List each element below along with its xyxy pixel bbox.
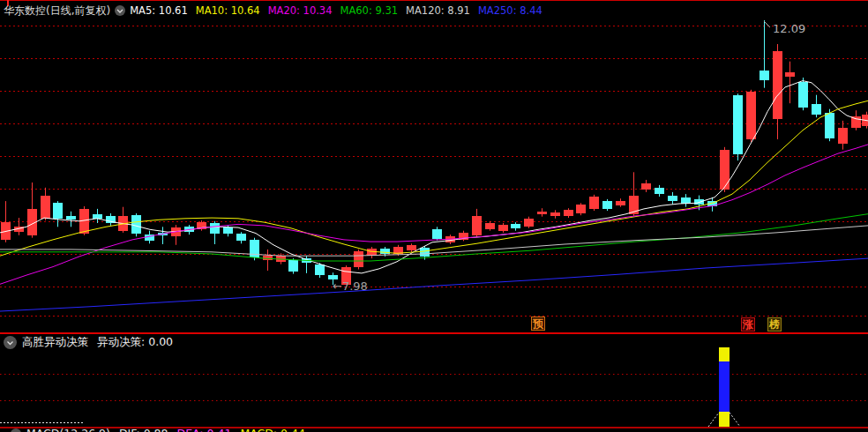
candle[interactable] (498, 225, 508, 231)
candle[interactable] (576, 205, 586, 213)
sub-indicator-reading: 异动决策:0.00 (97, 335, 176, 350)
ma-value-ma120: MA120: 8.91 (406, 4, 470, 17)
candles (1, 20, 868, 285)
high-callout-line (764, 21, 770, 27)
candle[interactable] (511, 224, 520, 228)
candle[interactable] (288, 260, 298, 271)
sub-panel-header: 高胜异动决策 异动决策:0.00 (4, 335, 176, 350)
panel-divider (0, 332, 868, 334)
stock-title[interactable]: 华东数控(日线,前复权) (4, 4, 110, 19)
sub-panel-title[interactable]: 高胜异动决策 (22, 335, 88, 350)
macd-row: MACD(12,26,9) DIF: 0.88 DEA: 0.41 MACD: … (11, 428, 314, 432)
candle[interactable] (380, 249, 390, 254)
candle[interactable] (589, 197, 599, 209)
candle[interactable] (785, 72, 795, 77)
ma-line-ma250 (0, 258, 868, 311)
candle[interactable] (524, 219, 534, 227)
candle[interactable] (798, 82, 808, 108)
chevron-down-icon[interactable] (115, 5, 125, 16)
candle[interactable] (760, 71, 769, 80)
candle[interactable] (838, 128, 848, 144)
indicator-spike-line (730, 413, 740, 427)
candle[interactable] (641, 183, 651, 190)
candle[interactable] (746, 92, 756, 139)
signal-bar-segment[interactable] (719, 412, 730, 427)
candle[interactable] (668, 196, 677, 202)
marker-flag[interactable]: 涨 (741, 317, 755, 331)
indicator-spike-line (708, 413, 719, 427)
candle[interactable] (602, 201, 612, 209)
candle[interactable] (93, 214, 102, 219)
candle[interactable] (432, 229, 442, 238)
candle[interactable] (773, 51, 782, 119)
candlestick-chart[interactable]: 12.09←7.98 (0, 0, 868, 332)
sub-indicator-chart[interactable] (0, 344, 868, 430)
candle[interactable] (485, 223, 495, 229)
candle[interactable] (354, 251, 363, 267)
ma-value-ma20: MA20: 10.34 (268, 4, 333, 17)
candle[interactable] (825, 113, 834, 138)
candle[interactable] (655, 188, 664, 194)
sub-indicator-label: 异动决策: (97, 335, 145, 348)
candle[interactable] (564, 210, 573, 216)
candle[interactable] (616, 201, 625, 205)
candle[interactable] (550, 212, 560, 216)
chevron-down-icon[interactable] (11, 428, 21, 432)
candle[interactable] (681, 197, 691, 204)
dea-value: DEA: 0.41 (177, 428, 232, 432)
ma-value-ma10: MA10: 10.64 (196, 4, 260, 17)
marker-flag[interactable]: 预 (531, 317, 545, 331)
high-price-label: 12.09 (773, 22, 805, 35)
candle[interactable] (53, 203, 63, 219)
ma-value-ma250: MA250: 8.44 (478, 4, 542, 17)
candle[interactable] (367, 249, 377, 256)
ma-line-ma20 (0, 145, 868, 284)
candle[interactable] (41, 196, 50, 219)
gridlines (0, 26, 868, 317)
candle[interactable] (733, 95, 743, 154)
candle[interactable] (812, 104, 821, 115)
marker-flag[interactable]: 榜 (767, 317, 782, 331)
chart-header: 华东数控(日线,前复权) MA5: 10.61MA10: 10.64MA20: … (4, 4, 550, 18)
ma-values-row: MA5: 10.61MA10: 10.64MA20: 10.34MA60: 9.… (130, 4, 550, 17)
candle[interactable] (66, 216, 76, 220)
ma-value-ma5: MA5: 10.61 (130, 4, 188, 17)
candle[interactable] (210, 223, 220, 234)
candle[interactable] (537, 212, 547, 214)
candle[interactable] (720, 150, 730, 190)
candle[interactable] (472, 216, 482, 235)
candle[interactable] (315, 264, 325, 275)
signal-bar-segment[interactable] (719, 347, 730, 361)
ma-value-ma60: MA60: 9.31 (340, 4, 399, 17)
candle[interactable] (131, 215, 141, 233)
low-price-label: ←7.98 (333, 279, 368, 293)
stock-app-window: { "header": { "title": "华东数控(日线,前复权)", "… (0, 0, 868, 432)
macd-name: MACD(12,26,9) (26, 428, 110, 432)
candle[interactable] (407, 245, 416, 251)
candle[interactable] (223, 227, 233, 234)
candle[interactable] (236, 234, 246, 241)
signal-bar-segment[interactable] (719, 361, 730, 412)
macd-value: MACD: 0.44 (240, 428, 305, 432)
dif-value: DIF: 0.88 (119, 428, 168, 432)
sub-indicator-value: 0.00 (148, 335, 173, 348)
chevron-down-icon[interactable] (4, 336, 17, 349)
